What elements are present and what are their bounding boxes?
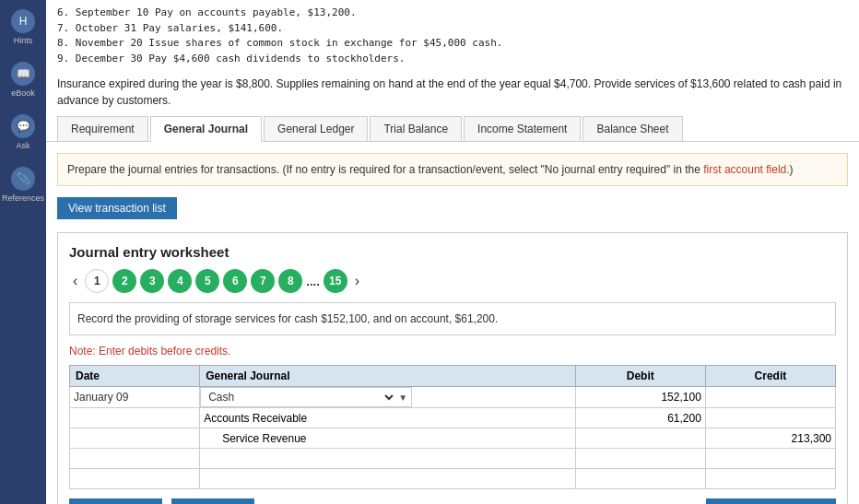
tabs-container: Requirement General Journal General Ledg… <box>46 116 859 142</box>
page-5[interactable]: 5 <box>195 269 219 293</box>
prev-page-arrow[interactable]: ‹ <box>69 273 81 289</box>
account-cell-4[interactable] <box>200 449 576 469</box>
credit-input-5[interactable] <box>710 473 831 486</box>
account-cell-2[interactable]: Accounts Receivable <box>200 408 576 428</box>
credit-input-2[interactable] <box>710 412 831 425</box>
account-text-3: Service Revenue <box>204 432 306 445</box>
account-cell-3[interactable]: Service Revenue <box>200 428 576 449</box>
debit-credit-note: Note: Enter debits before credits. <box>69 345 836 357</box>
page-4[interactable]: 4 <box>168 269 192 293</box>
credit-input-4[interactable] <box>710 452 831 465</box>
debit-cell-3[interactable] <box>575 428 705 449</box>
next-page-arrow[interactable]: › <box>351 273 363 289</box>
references-label: References <box>2 193 44 203</box>
col-header-journal: General Journal <box>200 366 576 387</box>
sidebar-item-references[interactable]: 📎 References <box>2 167 44 203</box>
tab-trial-balance[interactable]: Trial Balance <box>370 116 462 141</box>
credit-cell-5[interactable] <box>705 469 835 489</box>
page-15[interactable]: 15 <box>324 269 347 293</box>
top-text-block: 6. September 10 Pay on accounts payable,… <box>46 0 859 72</box>
debit-input-5[interactable] <box>580 473 701 486</box>
page-2[interactable]: 2 <box>112 269 136 293</box>
ask-label: Ask <box>16 141 29 150</box>
pagination: ‹ 1 2 3 4 5 6 7 8 .... 15 › <box>69 269 836 293</box>
instruction-main: Prepare the journal entries for transact… <box>67 163 794 176</box>
page-7[interactable]: 7 <box>251 269 275 293</box>
instruction-box: Prepare the journal entries for transact… <box>57 153 848 186</box>
dropdown-arrow-1: ▼ <box>398 393 407 403</box>
ask-icon: 💬 <box>11 114 35 138</box>
account-select-1[interactable]: Cash <box>205 390 396 404</box>
worksheet-title: Journal entry worksheet <box>69 244 836 260</box>
hints-icon: H <box>11 9 35 33</box>
tab-general-ledger[interactable]: General Ledger <box>264 116 368 141</box>
hints-label: Hints <box>14 36 33 45</box>
credit-cell-3[interactable] <box>705 428 835 449</box>
col-header-date: Date <box>70 366 200 387</box>
button-spacer <box>264 498 697 504</box>
tab-requirement[interactable]: Requirement <box>57 116 148 141</box>
sidebar-item-hints[interactable]: H Hints <box>11 9 35 45</box>
credit-cell-4[interactable] <box>705 449 835 469</box>
main-content: 6. September 10 Pay on accounts payable,… <box>46 0 859 504</box>
top-line-3: 8. November 20 Issue shares of common st… <box>57 36 848 52</box>
top-line-2: 7. October 31 Pay salaries, $141,600. <box>57 21 848 37</box>
record-entry-button[interactable]: Record entry <box>69 498 162 504</box>
action-buttons: Record entry Clear entry View general jo… <box>69 498 836 504</box>
account-text-2: Accounts Receivable <box>204 412 307 425</box>
debit-cell-2[interactable] <box>575 408 705 428</box>
sidebar-item-ask[interactable]: 💬 Ask <box>11 114 35 150</box>
table-row <box>70 469 836 489</box>
transaction-description: Record the providing of storage services… <box>69 302 836 335</box>
insurance-text: Insurance expired during the year is $8,… <box>46 72 859 116</box>
tab-general-journal[interactable]: General Journal <box>150 116 262 142</box>
credit-input-3[interactable] <box>710 432 831 445</box>
journal-table: Date General Journal Debit Credit Januar… <box>69 365 836 489</box>
date-cell-4 <box>70 449 200 469</box>
tab-income-statement[interactable]: Income Statement <box>464 116 581 141</box>
date-cell-1: January 09 <box>70 387 200 408</box>
date-cell-3 <box>70 428 200 449</box>
view-transaction-button[interactable]: View transaction list <box>57 197 177 219</box>
debit-input-4[interactable] <box>580 452 701 465</box>
sidebar: H Hints 📖 eBook 💬 Ask 📎 References <box>0 0 46 504</box>
page-8[interactable]: 8 <box>278 269 302 293</box>
debit-cell-4[interactable] <box>575 449 705 469</box>
account-cell-1[interactable]: Cash ▼ <box>200 387 412 407</box>
debit-input-2[interactable] <box>580 412 701 425</box>
debit-input-3[interactable] <box>580 432 701 445</box>
col-header-credit: Credit <box>705 366 835 387</box>
col-header-debit: Debit <box>575 366 705 387</box>
ebook-icon: 📖 <box>11 62 35 86</box>
table-row: January 09 Cash ▼ <box>70 387 836 408</box>
date-cell-5 <box>70 469 200 489</box>
page-6[interactable]: 6 <box>223 269 247 293</box>
debit-input-1[interactable] <box>580 391 701 404</box>
page-1[interactable]: 1 <box>85 269 109 293</box>
credit-input-1[interactable] <box>710 391 831 404</box>
credit-cell-1[interactable] <box>705 387 835 408</box>
top-line-4: 9. December 30 Pay $4,600 cash dividends… <box>57 52 848 67</box>
page-3[interactable]: 3 <box>140 269 164 293</box>
table-row: Accounts Receivable <box>70 408 836 428</box>
first-account-highlight: first account field. <box>703 163 789 176</box>
tab-balance-sheet[interactable]: Balance Sheet <box>582 116 682 141</box>
sidebar-item-ebook[interactable]: 📖 eBook <box>11 62 35 98</box>
debit-cell-5[interactable] <box>575 469 705 489</box>
clear-entry-button[interactable]: Clear entry <box>171 498 255 504</box>
page-dots: .... <box>306 269 319 293</box>
debit-cell-1[interactable] <box>575 387 705 408</box>
table-row <box>70 449 836 469</box>
account-cell-5[interactable] <box>200 469 576 489</box>
date-cell-2 <box>70 408 200 428</box>
ebook-label: eBook <box>11 88 35 98</box>
credit-cell-2[interactable] <box>705 408 835 428</box>
top-line-1: 6. September 10 Pay on accounts payable,… <box>57 6 848 21</box>
journal-worksheet: Journal entry worksheet ‹ 1 2 3 4 5 6 7 … <box>57 232 848 504</box>
view-general-journal-button[interactable]: View general journal <box>706 498 836 504</box>
references-icon: 📎 <box>11 167 35 191</box>
table-row: Service Revenue <box>70 428 836 449</box>
